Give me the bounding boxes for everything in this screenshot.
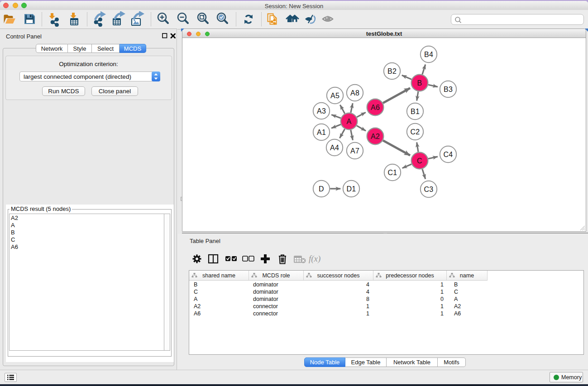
- svg-text:A6: A6: [371, 104, 380, 111]
- svg-text:B1: B1: [411, 108, 420, 115]
- svg-text:D: D: [319, 185, 324, 193]
- svg-text:C4: C4: [443, 151, 453, 158]
- svg-text:f(x): f(x): [309, 254, 320, 264]
- svg-text:B3: B3: [444, 86, 453, 93]
- svg-text:A5: A5: [330, 92, 339, 100]
- svg-text:A2: A2: [371, 133, 380, 140]
- svg-text:B2: B2: [387, 67, 397, 75]
- svg-text:B: B: [417, 79, 422, 87]
- svg-text:B4: B4: [424, 51, 433, 58]
- svg-text:A: A: [347, 118, 352, 125]
- svg-text:A8: A8: [350, 89, 359, 97]
- svg-text:A1: A1: [317, 129, 326, 136]
- svg-text:C: C: [417, 157, 422, 165]
- svg-text:C1: C1: [387, 169, 397, 176]
- svg-text:D1: D1: [346, 185, 356, 193]
- svg-text:C3: C3: [424, 186, 433, 193]
- svg-text:A3: A3: [317, 107, 326, 115]
- svg-text:C2: C2: [410, 128, 420, 136]
- svg-text:A4: A4: [330, 144, 339, 152]
- svg-text:A7: A7: [350, 147, 359, 155]
